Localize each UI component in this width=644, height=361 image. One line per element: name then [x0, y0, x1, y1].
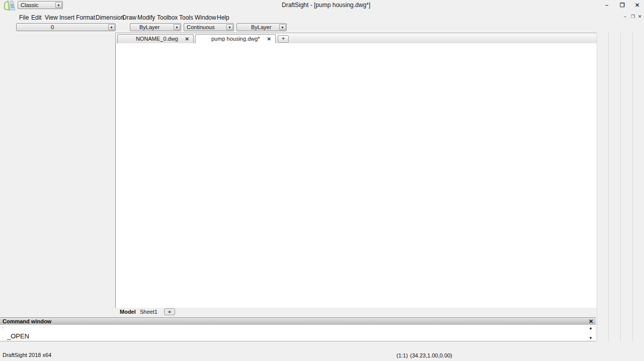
svg-text:S: S [11, 4, 14, 9]
